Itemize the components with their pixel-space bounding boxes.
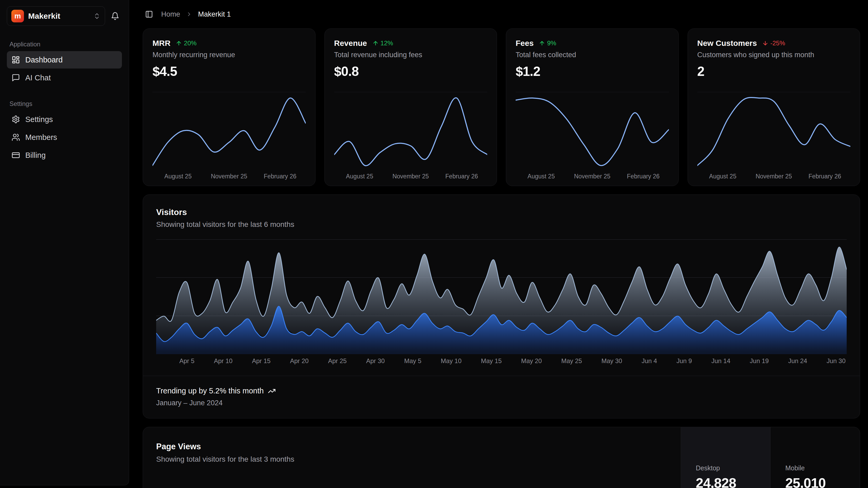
stat-card-value: $0.8: [334, 64, 488, 79]
chevron-right-icon: [186, 11, 192, 18]
x-axis-label: Apr 5: [179, 357, 194, 365]
sidebar-item-label: Settings: [25, 115, 53, 124]
org-switcher-button[interactable]: m Makerkit: [7, 6, 105, 26]
chat-icon: [11, 74, 20, 82]
sidebar-item-label: AI Chat: [25, 74, 51, 82]
sidebar-section-settings: Settings: [9, 100, 119, 108]
sidebar-toggle-button[interactable]: [143, 8, 155, 21]
stat-card-value: $1.2: [516, 64, 669, 79]
sidebar-item-dashboard[interactable]: Dashboard: [7, 51, 122, 68]
sidebar-item-settings[interactable]: Settings: [7, 111, 122, 128]
arrow-up-icon: [372, 40, 379, 47]
arrow-up-icon: [539, 40, 545, 47]
notifications-button[interactable]: [108, 9, 122, 23]
org-logo: m: [11, 10, 24, 22]
visitors-title: Visitors: [156, 207, 847, 217]
spark-x-label: February 26: [255, 173, 306, 180]
stat-card-subtitle: Monthly recurring revenue: [153, 51, 306, 59]
chevrons-up-down-icon: [93, 12, 101, 20]
x-axis-label: Jun 24: [788, 357, 807, 365]
sparkline-chart: August 25November 25February 26: [698, 92, 850, 180]
spark-x-label: November 25: [204, 173, 255, 180]
stat-value: 25,010: [785, 475, 860, 488]
stat-card-title: New Customers: [698, 39, 757, 48]
stat-card-subtitle: Total fees collected: [516, 51, 669, 59]
trend-badge-value: 9%: [547, 39, 556, 47]
org-name: Makerkit: [28, 11, 89, 21]
trend-badge-value: 12%: [380, 39, 393, 47]
page-views-title: Page Views: [156, 442, 294, 451]
visitors-x-axis: Apr 5Apr 10Apr 15Apr 20Apr 25Apr 30May 5…: [143, 354, 860, 368]
x-axis-label: May 10: [441, 357, 462, 365]
x-axis-label: May 30: [601, 357, 622, 365]
sidebar-item-label: Members: [25, 133, 57, 142]
arrow-down-icon: [762, 40, 769, 47]
x-axis-label: May 5: [404, 357, 421, 365]
trending-up-icon: [268, 387, 276, 395]
spark-x-label: February 26: [799, 173, 850, 180]
x-axis-label: Apr 20: [290, 357, 309, 365]
stat-card-title: Fees: [516, 39, 533, 48]
stat-card-value: 2: [698, 64, 850, 79]
page-views-toggles: Desktop 24,828 Mobile 25,010: [681, 427, 860, 488]
sparkline-x-axis: August 25November 25February 26: [516, 173, 669, 180]
x-axis-label: Apr 30: [366, 357, 385, 365]
x-axis-label: Jun 4: [642, 357, 657, 365]
breadcrumb-home[interactable]: Home: [161, 10, 180, 19]
visitors-card: Visitors Showing total visitors for the …: [143, 195, 860, 419]
stat-label: Mobile: [785, 464, 860, 472]
sidebar: m Makerkit Application Dashboard AI Chat…: [0, 0, 129, 485]
sparkline-x-axis: August 25November 25February 26: [153, 173, 306, 180]
spark-x-label: February 26: [436, 173, 487, 180]
visitors-subtitle: Showing total visitors for the last 6 mo…: [156, 220, 847, 229]
sidebar-header: m Makerkit: [7, 6, 122, 26]
stat-card-fees: Fees 9% Total fees collected $1.2 August…: [506, 28, 679, 186]
breadcrumb: Home Makerkit 1: [143, 0, 860, 28]
stat-card-new-customers: New Customers -25% Customers who signed …: [688, 28, 860, 186]
users-icon: [11, 133, 20, 142]
sidebar-item-members[interactable]: Members: [7, 128, 122, 146]
stat-card-revenue: Revenue 12% Total revenue including fees…: [324, 28, 497, 186]
trend-badge: -25%: [762, 39, 785, 47]
sidebar-item-ai-chat[interactable]: AI Chat: [7, 69, 122, 86]
spark-x-label: November 25: [748, 173, 799, 180]
spark-x-label: August 25: [516, 173, 567, 180]
stat-cards-row: MRR 20% Monthly recurring revenue $4.5 A…: [143, 28, 860, 186]
sparkline-chart: August 25November 25February 26: [516, 92, 669, 180]
spark-x-label: August 25: [334, 173, 385, 180]
visitors-trend-text: Trending up by 5.2% this month: [156, 386, 264, 395]
x-axis-label: Apr 15: [252, 357, 271, 365]
main-content: Home Makerkit 1 MRR 20% Monthly recurrin…: [129, 0, 868, 488]
x-axis-label: Jun 30: [827, 357, 846, 365]
panel-left-icon: [145, 10, 153, 18]
spark-x-label: August 25: [698, 173, 748, 180]
trend-badge: 12%: [372, 39, 393, 47]
x-axis-label: Jun 14: [711, 357, 730, 365]
bell-icon: [111, 12, 119, 20]
visitors-footer: Trending up by 5.2% this month January –…: [143, 376, 860, 418]
visitors-date-range: January – June 2024: [156, 399, 847, 407]
visitors-area-chart: [156, 239, 847, 354]
sparkline-x-axis: August 25November 25February 26: [698, 173, 850, 180]
page-views-desktop-toggle[interactable]: Desktop 24,828: [681, 427, 770, 488]
x-axis-label: Jun 19: [750, 357, 769, 365]
spark-x-label: February 26: [618, 173, 669, 180]
x-axis-label: Apr 10: [214, 357, 232, 365]
page-views-mobile-toggle[interactable]: Mobile 25,010: [770, 427, 860, 488]
stat-card-subtitle: Customers who signed up this month: [698, 51, 850, 59]
page-views-card: Page Views Showing total visitors for th…: [143, 427, 860, 488]
sidebar-item-billing[interactable]: Billing: [7, 146, 122, 164]
x-axis-label: Jun 9: [677, 357, 692, 365]
breadcrumb-current: Makerkit 1: [198, 10, 231, 19]
trend-badge: 20%: [176, 39, 196, 47]
sparkline-x-axis: August 25November 25February 26: [334, 173, 488, 180]
sparkline-chart: August 25November 25February 26: [153, 92, 306, 180]
sidebar-item-label: Dashboard: [25, 56, 63, 64]
x-axis-label: May 15: [481, 357, 502, 365]
page-views-subtitle: Showing total visitors for the last 3 mo…: [156, 455, 294, 463]
stat-card-subtitle: Total revenue including fees: [334, 51, 488, 59]
x-axis-label: May 20: [521, 357, 542, 365]
spark-x-label: November 25: [385, 173, 436, 180]
sidebar-section-application: Application: [9, 40, 119, 48]
spark-x-label: November 25: [567, 173, 618, 180]
